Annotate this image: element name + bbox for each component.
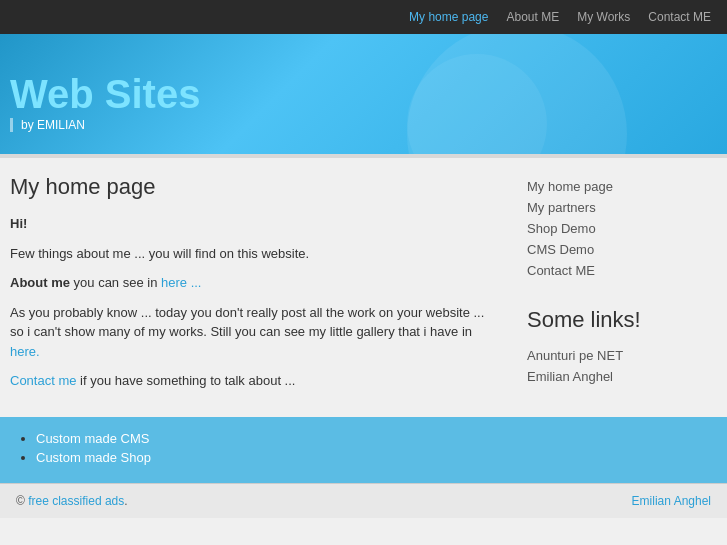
sidebar-nav-list-item: My partners [527, 197, 717, 218]
about-paragraph: About me you can see in here ... [10, 273, 497, 293]
nav-item-my-home-page[interactable]: My home page [409, 10, 488, 24]
sidebar-link-item[interactable]: Anunturi pe NET [527, 345, 717, 366]
about-text: you can see in [70, 275, 161, 290]
hero-subtitle: by EMILIAN [10, 118, 85, 132]
hero-section: Web Sites by EMILIAN [0, 34, 727, 154]
works-text: As you probably know ... today you don't… [10, 305, 484, 340]
sidebar: My home pageMy partnersShop DemoCMS Demo… [527, 174, 717, 401]
about-bold: About me [10, 275, 70, 290]
greeting-text: Hi! [10, 216, 27, 231]
nav-item-my-works[interactable]: My Works [577, 10, 630, 24]
hero-title: Web Sites [10, 72, 200, 117]
about-link[interactable]: here ... [161, 275, 201, 290]
greeting: Hi! [10, 214, 497, 234]
works-link[interactable]: here. [10, 344, 40, 359]
sidebar-nav-item[interactable]: Contact ME [527, 260, 717, 281]
nav-item-contact-me[interactable]: Contact ME [648, 10, 711, 24]
main-content: My home page Hi! Few things about me ...… [10, 174, 507, 401]
sidebar-nav-item[interactable]: CMS Demo [527, 239, 717, 260]
copyright-link[interactable]: free classified ads [28, 494, 124, 508]
sidebar-links-list-item: Emilian Anghel [527, 366, 717, 387]
sidebar-nav-item[interactable]: Shop Demo [527, 218, 717, 239]
footer-bottom: © free classified ads. Emilian Anghel [0, 483, 727, 518]
sidebar-nav-list-item: Contact ME [527, 260, 717, 281]
sidebar-links: Anunturi pe NETEmilian Anghel [527, 345, 717, 387]
footer-top-list-item: Custom made CMS [36, 431, 711, 446]
top-navigation: My home pageAbout MEMy WorksContact ME [0, 0, 727, 34]
sidebar-links-heading: Some links! [527, 307, 717, 333]
sidebar-nav-item[interactable]: My home page [527, 176, 717, 197]
contact-suffix: if you have something to talk about ... [76, 373, 295, 388]
intro-paragraph: Few things about me ... you will find on… [10, 244, 497, 264]
hero-title-accent: Sites [105, 72, 201, 116]
sidebar-links-list-item: Anunturi pe NET [527, 345, 717, 366]
footer-top: Custom made CMSCustom made Shop [0, 417, 727, 483]
nav-item-about-me[interactable]: About ME [506, 10, 559, 24]
footer-top-link[interactable]: Custom made Shop [36, 450, 151, 465]
sidebar-nav-list-item: Shop Demo [527, 218, 717, 239]
page-heading: My home page [10, 174, 497, 200]
works-paragraph: As you probably know ... today you don't… [10, 303, 497, 362]
footer-links-list: Custom made CMSCustom made Shop [16, 431, 711, 465]
footer-top-list-item: Custom made Shop [36, 450, 711, 465]
copyright-symbol: © [16, 494, 25, 508]
sidebar-link-item[interactable]: Emilian Anghel [527, 366, 717, 387]
footer-top-link[interactable]: Custom made CMS [36, 431, 149, 446]
sidebar-nav-list-item: CMS Demo [527, 239, 717, 260]
contact-link[interactable]: Contact me [10, 373, 76, 388]
copyright: © free classified ads. [16, 494, 128, 508]
main-layout: My home page Hi! Few things about me ...… [0, 158, 727, 417]
hero-title-plain: Web [10, 72, 105, 116]
sidebar-nav-item[interactable]: My partners [527, 197, 717, 218]
sidebar-nav-list-item: My home page [527, 176, 717, 197]
copyright-suffix: . [124, 494, 127, 508]
footer-right-link[interactable]: Emilian Anghel [632, 494, 711, 508]
sidebar-nav: My home pageMy partnersShop DemoCMS Demo… [527, 176, 717, 281]
contact-paragraph: Contact me if you have something to talk… [10, 371, 497, 391]
